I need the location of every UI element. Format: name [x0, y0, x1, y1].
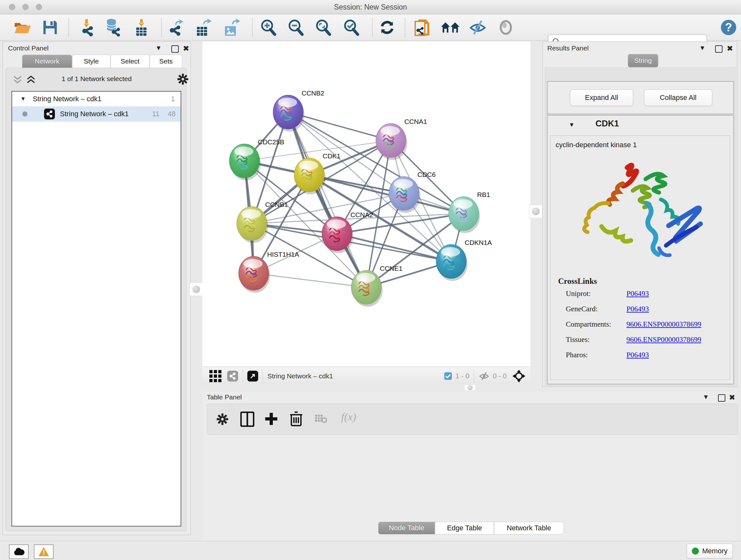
results-panel-close-icon[interactable]: ✖	[727, 44, 733, 53]
left-splitter-handle[interactable]	[190, 283, 203, 296]
show-all-button[interactable]	[496, 17, 516, 37]
results-panel-float-icon[interactable]	[715, 45, 723, 53]
collapse-all-button[interactable]: Collapse All	[644, 89, 712, 106]
help-button[interactable]: ?	[719, 17, 738, 37]
tab-string[interactable]: String	[628, 54, 658, 67]
table-panel-close-icon[interactable]: ✖	[729, 393, 735, 402]
hidden-eye-icon	[479, 371, 489, 381]
selected-checkbox-icon[interactable]	[444, 372, 452, 380]
table-toolbar: f(x)	[207, 403, 738, 435]
node-RB1[interactable]: RB1	[449, 191, 490, 233]
control-panel-title: Control Panel	[8, 44, 49, 52]
export-image-button[interactable]	[221, 17, 241, 37]
collection-count: 1	[171, 95, 175, 103]
node-CCNB2[interactable]: CCNB2	[273, 89, 324, 132]
zoom-selected-button[interactable]	[341, 17, 361, 37]
network-graph[interactable]: CCNB2CCNA1CDC25BCDK1CDC6RB1CCNB1CCNA2CDK…	[202, 42, 530, 367]
table-panel-collapse-icon[interactable]: ▼	[703, 393, 709, 401]
zoom-out-button[interactable]	[286, 17, 306, 37]
edge-CCNB2-CCNE1[interactable]	[288, 112, 366, 287]
network-badge-icon[interactable]	[227, 371, 238, 381]
right-splitter-handle[interactable]	[529, 205, 542, 218]
results-panel-collapse-icon[interactable]: ▼	[699, 44, 705, 52]
collapse-all-icon[interactable]	[13, 75, 22, 84]
node-CDC25B[interactable]: CDC25B	[229, 138, 284, 180]
memory-button[interactable]: Memory	[687, 544, 733, 558]
import-database-button[interactable]	[103, 17, 123, 37]
toolbar-separator	[405, 18, 405, 37]
export-network-button[interactable]	[165, 17, 185, 37]
zoom-in-button[interactable]	[259, 17, 278, 37]
tab-select[interactable]: Select	[111, 55, 150, 68]
expand-all-icon[interactable]	[26, 75, 36, 84]
function-builder-icon[interactable]: f(x)	[341, 411, 356, 423]
open-session-button[interactable]	[13, 17, 32, 37]
birdseye-icon[interactable]	[512, 369, 526, 383]
toolbar-separator	[161, 18, 162, 37]
columns-icon[interactable]	[240, 412, 254, 427]
table-gear-icon[interactable]	[216, 413, 229, 426]
section-title: CDK1	[596, 119, 619, 129]
expand-all-button[interactable]: Expand All	[570, 89, 633, 106]
hide-selected-button[interactable]	[468, 17, 488, 37]
tab-edge-table[interactable]: Edge Table	[435, 522, 494, 535]
gear-icon[interactable]	[177, 73, 189, 85]
import-network-button[interactable]	[77, 17, 96, 37]
node-label-CCNA2: CCNA2	[350, 211, 373, 219]
network-collection-row[interactable]: ▼ String Network – cdk1 1	[12, 91, 181, 106]
edge-CCNE1-HIST1H1A[interactable]	[254, 273, 366, 287]
export-table-button[interactable]	[193, 17, 213, 37]
section-collapse-icon[interactable]: ▼	[569, 121, 575, 128]
tab-network-table[interactable]: Network Table	[494, 522, 564, 535]
control-panel-float-icon[interactable]	[172, 45, 179, 53]
import-table-button[interactable]	[131, 17, 151, 37]
delete-column-icon[interactable]	[289, 411, 303, 427]
main-toolbar: ?	[0, 14, 741, 41]
edge-CCNA2-CDKN1A[interactable]	[337, 234, 451, 261]
crosslink-link[interactable]: P06493	[626, 305, 649, 313]
toolbar-separator	[372, 18, 373, 37]
control-panel-close-icon[interactable]: ✖	[183, 44, 189, 53]
horizontal-splitter-handle[interactable]	[464, 384, 476, 391]
network-row[interactable]: String Network – cdk1 11 48	[12, 106, 181, 122]
open-in-window-icon[interactable]	[247, 371, 258, 381]
network-canvas[interactable]: CCNB2CCNA1CDC25BCDK1CDC6RB1CCNB1CCNA2CDK…	[202, 42, 530, 367]
zoom-selected-icon	[342, 18, 360, 37]
crosslink-link[interactable]: 9606.ENSP00000378699	[626, 335, 701, 344]
tab-sets[interactable]: Sets	[150, 55, 182, 68]
tab-style[interactable]: Style	[72, 55, 111, 68]
cloud-button[interactable]	[9, 544, 29, 559]
zoom-in-icon	[259, 18, 277, 37]
zoom-fit-button[interactable]	[313, 17, 333, 37]
node-description: cyclin-dependent kinase 1	[556, 141, 636, 149]
tree-expand-icon[interactable]: ▼	[20, 96, 26, 102]
refresh-button[interactable]	[377, 17, 397, 37]
crosslink-link[interactable]: P06493	[626, 351, 649, 359]
crosslink-link[interactable]: P06493	[626, 290, 649, 298]
tab-network[interactable]: Network	[22, 55, 72, 68]
delete-table-icon[interactable]	[314, 414, 327, 424]
import-database-icon	[105, 18, 121, 37]
node-CDKN1A[interactable]: CDKN1A	[436, 239, 492, 281]
clone-network-button[interactable]	[412, 17, 432, 37]
crosslink-link[interactable]: 9606.ENSP00000378699	[626, 320, 701, 328]
node-CDC6[interactable]: CDC6	[389, 171, 435, 213]
crosslink-row: Uniprot:P06493	[566, 290, 725, 298]
tab-node-table[interactable]: Node Table	[378, 522, 435, 535]
two-houses-icon	[441, 20, 460, 35]
memory-label: Memory	[702, 547, 727, 555]
node-CDK1[interactable]: CDK1	[294, 152, 340, 194]
warning-button[interactable]	[34, 544, 54, 559]
crosslinks-list: Uniprot:P06493GeneCard:P06493Compartment…	[566, 290, 725, 366]
divider	[243, 370, 243, 382]
node-CCNA1[interactable]: CCNA1	[376, 118, 427, 160]
results-panel-title: Results Panel	[547, 44, 589, 52]
crosslink-label: Compartments:	[566, 320, 626, 328]
node-HIST1H1A[interactable]: HIST1H1A	[239, 251, 299, 293]
home-networks-button[interactable]	[441, 17, 460, 37]
table-panel-float-icon[interactable]	[718, 394, 725, 401]
grid-view-icon[interactable]	[209, 370, 221, 382]
add-column-icon[interactable]	[264, 412, 279, 426]
save-session-button[interactable]	[40, 17, 60, 37]
control-panel-collapse-icon[interactable]: ▼	[155, 44, 162, 52]
